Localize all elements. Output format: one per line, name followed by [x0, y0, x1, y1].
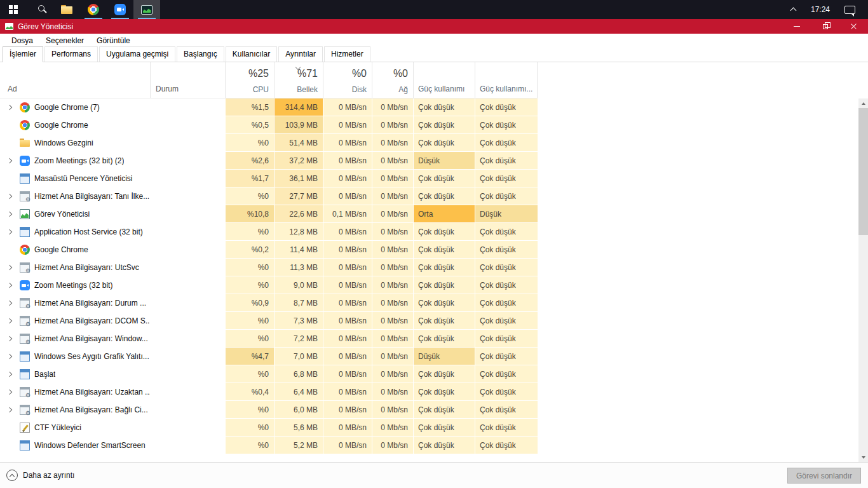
memory-cell: 6,8 MB	[274, 365, 323, 383]
table-row[interactable]: Hizmet Ana Bilgisayarı: Tanı İlke... %0 …	[0, 187, 538, 205]
scroll-down-button[interactable]	[858, 452, 868, 462]
show-hidden-icons-button[interactable]	[784, 0, 803, 19]
vertical-scrollbar[interactable]	[858, 98, 868, 462]
column-header-disk[interactable]: %0 Disk	[323, 62, 372, 98]
tab-3[interactable]: Başlangıç	[177, 46, 224, 62]
expand-chevron-icon[interactable]	[5, 103, 14, 112]
column-header-name[interactable]: Ad	[0, 62, 150, 98]
table-row[interactable]: Hizmet Ana Bilgisayarı: Durum ... %0,9 8…	[0, 294, 538, 312]
process-name-cell: Hizmet Ana Bilgisayarı: Window...	[0, 330, 150, 348]
expand-chevron-icon[interactable]	[5, 281, 14, 290]
fewer-details-toggle[interactable]: Daha az ayrıntı	[6, 463, 74, 488]
status-cell	[150, 419, 225, 437]
menu-item-2[interactable]: Görüntüle	[90, 34, 137, 47]
process-name: Hizmet Ana Bilgisayarı: Window...	[34, 334, 148, 343]
column-header-power-trend[interactable]: Güç kullanımı...	[475, 62, 538, 98]
expand-chevron-icon[interactable]	[5, 316, 14, 325]
expand-chevron-icon[interactable]	[5, 370, 14, 379]
table-row[interactable]: Windows Defender SmartScreen %0 5,2 MB 0…	[0, 437, 538, 454]
process-icon	[20, 440, 30, 451]
table-row[interactable]: Windows Ses Aygıtı Grafik Yalıtı... %4,7…	[0, 348, 538, 365]
expand-chevron-icon[interactable]	[5, 156, 14, 165]
table-row[interactable]: CTF Yükleyici %0 5,6 MB 0 MB/sn 0 Mb/sn …	[0, 419, 538, 437]
table-row[interactable]: Hizmet Ana Bilgisayarı: Uzaktan ... %0,4…	[0, 383, 538, 401]
end-task-button[interactable]: Görevi sonlandır	[787, 468, 861, 484]
close-button[interactable]	[839, 19, 868, 34]
power-trend-cell: Çok düşük	[475, 312, 538, 330]
disk-cell: 0 MB/sn	[323, 241, 372, 259]
table-row[interactable]: Windows Gezgini %0 51,4 MB 0 MB/sn 0 Mb/…	[0, 134, 538, 152]
chrome-taskbar-button[interactable]	[80, 0, 107, 19]
start-button[interactable]	[0, 0, 27, 19]
table-header: Ad Durum %25 CPU %71 Bellek %0 Disk %0 A…	[0, 62, 538, 98]
power-cell: Çok düşük	[413, 134, 475, 152]
table-row[interactable]: Hizmet Ana Bilgisayarı: Bağlı Ci... %0 6…	[0, 401, 538, 419]
expand-chevron-icon[interactable]	[5, 405, 14, 414]
power-trend-cell: Çok düşük	[475, 152, 538, 170]
process-name: Windows Defender SmartScreen	[34, 441, 146, 450]
power-trend-cell: Çok düşük	[475, 383, 538, 401]
status-cell	[150, 205, 225, 223]
expand-chevron-icon[interactable]	[5, 263, 14, 272]
scroll-up-button[interactable]	[858, 98, 868, 108]
tab-4[interactable]: Kullanıcılar	[226, 46, 277, 62]
cpu-cell: %1,5	[225, 98, 274, 116]
expand-chevron-icon[interactable]	[5, 299, 14, 308]
column-header-cpu[interactable]: %25 CPU	[225, 62, 274, 98]
menu-item-1[interactable]: Seçenekler	[39, 34, 90, 47]
tab-0[interactable]: İşlemler	[3, 46, 43, 62]
tab-5[interactable]: Ayrıntılar	[278, 46, 323, 62]
process-icon	[20, 156, 30, 166]
table-row[interactable]: Masaüstü Pencere Yöneticisi %1,7 36,1 MB…	[0, 170, 538, 187]
minimize-button[interactable]	[782, 19, 811, 34]
search-button[interactable]	[27, 0, 53, 19]
disk-cell: 0 MB/sn	[323, 259, 372, 276]
memory-cell: 22,6 MB	[274, 205, 323, 223]
memory-cell: 6,0 MB	[274, 401, 323, 419]
table-row[interactable]: Hizmet Ana Bilgisayarı: DCOM S... %0 7,3…	[0, 312, 538, 330]
power-cell: Çok düşük	[413, 330, 475, 348]
table-row[interactable]: Google Chrome %0,5 103,9 MB 0 MB/sn 0 Mb…	[0, 116, 538, 134]
status-cell	[150, 170, 225, 187]
table-row[interactable]: Application Host Service (32 bit) %0 12,…	[0, 223, 538, 241]
process-name: Google Chrome	[34, 245, 88, 254]
process-name-cell: Hizmet Ana Bilgisayarı: UtcSvc	[0, 259, 150, 276]
table-row[interactable]: Google Chrome (7) %1,5 314,4 MB 0 MB/sn …	[0, 98, 538, 116]
column-header-memory[interactable]: %71 Bellek	[274, 62, 323, 98]
network-cell: 0 Mb/sn	[372, 348, 413, 365]
table-row[interactable]: Zoom Meetings (32 bit) %0 9,0 MB 0 MB/sn…	[0, 276, 538, 294]
tab-1[interactable]: Performans	[44, 46, 98, 62]
table-row[interactable]: Hizmet Ana Bilgisayarı: Window... %0 7,2…	[0, 330, 538, 348]
network-cell: 0 Mb/sn	[372, 330, 413, 348]
column-header-status[interactable]: Durum	[150, 62, 225, 98]
zoom-taskbar-button[interactable]	[107, 0, 133, 19]
scrollbar-thumb[interactable]	[858, 108, 868, 235]
expand-chevron-icon[interactable]	[5, 388, 14, 396]
search-icon	[38, 5, 44, 11]
expand-chevron-icon[interactable]	[5, 192, 14, 201]
expand-chevron-icon[interactable]	[5, 334, 14, 343]
expand-chevron-icon[interactable]	[5, 352, 14, 361]
title-bar[interactable]: Görev Yöneticisi	[0, 19, 868, 34]
menu-item-0[interactable]: Dosya	[5, 34, 39, 47]
power-trend-cell: Düşük	[475, 205, 538, 223]
maximize-button[interactable]	[811, 19, 839, 34]
column-header-power[interactable]: Güç kullanımı	[413, 62, 475, 98]
table-row[interactable]: Google Chrome %0,2 11,4 MB 0 MB/sn 0 Mb/…	[0, 241, 538, 259]
table-row[interactable]: Başlat %0 6,8 MB 0 MB/sn 0 Mb/sn Çok düş…	[0, 365, 538, 383]
table-row[interactable]: Hizmet Ana Bilgisayarı: UtcSvc %0 11,3 M…	[0, 259, 538, 276]
table-row[interactable]: Görev Yöneticisi %10,8 22,6 MB 0,1 MB/sn…	[0, 205, 538, 223]
column-header-network[interactable]: %0 Ağ	[372, 62, 413, 98]
taskbar-clock[interactable]: 17:24	[803, 0, 837, 19]
action-center-button[interactable]	[837, 0, 862, 19]
cpu-cell: %2,6	[225, 152, 274, 170]
memory-cell: 6,4 MB	[274, 383, 323, 401]
network-total-percent: %0	[393, 68, 408, 79]
file-explorer-button[interactable]	[53, 0, 80, 19]
task-manager-taskbar-button[interactable]	[133, 0, 160, 19]
tab-2[interactable]: Uygulama geçmişi	[99, 46, 175, 62]
tab-6[interactable]: Hizmetler	[324, 46, 370, 62]
expand-chevron-icon[interactable]	[5, 210, 14, 219]
expand-chevron-icon[interactable]	[5, 227, 14, 236]
table-row[interactable]: Zoom Meetings (32 bit) (2) %2,6 37,2 MB …	[0, 152, 538, 170]
